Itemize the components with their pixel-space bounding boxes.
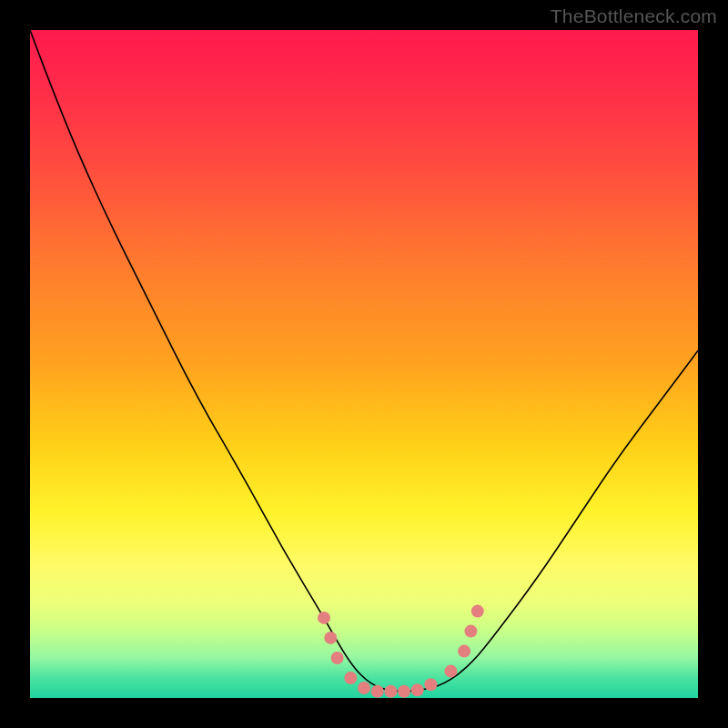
highlight-dot (444, 665, 457, 678)
highlight-dot (384, 685, 397, 698)
highlight-dot (344, 672, 357, 684)
bottleneck-curve (30, 30, 698, 692)
highlight-dot (464, 625, 477, 638)
chart-frame: TheBottleneck.com (0, 0, 728, 728)
chart-svg (30, 30, 698, 698)
highlight-dot (331, 652, 344, 664)
highlight-dot (398, 685, 410, 698)
plot-area (30, 30, 698, 698)
watermark-text: TheBottleneck.com (551, 5, 717, 27)
highlight-dot (371, 685, 384, 698)
highlight-dot (424, 678, 437, 691)
highlight-dot (471, 605, 484, 618)
highlight-dot (324, 632, 337, 644)
highlight-dot (458, 645, 470, 658)
highlight-dot (358, 682, 370, 694)
highlight-dot (318, 612, 330, 624)
highlight-dot (411, 683, 424, 696)
